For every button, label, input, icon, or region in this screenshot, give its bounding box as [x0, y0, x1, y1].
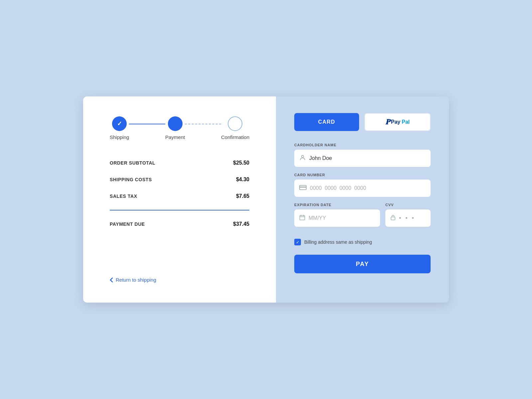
summary-row-shipping: SHIPPING COSTS $4.30 [110, 177, 249, 183]
card-tab[interactable]: CARD [294, 113, 359, 131]
card-number-input[interactable] [310, 185, 426, 191]
svg-point-0 [302, 155, 304, 158]
cardholder-name-label: CARDHOLDER NAME [294, 143, 431, 147]
expiry-input[interactable] [309, 215, 375, 221]
paypal-p-icon: 𝐏 [385, 118, 390, 126]
return-to-shipping-link[interactable]: Return to shipping [110, 277, 249, 283]
shipping-label: SHIPPING COSTS [110, 177, 152, 182]
billing-checkbox-label: Billing address same as shipping [304, 239, 372, 245]
step-payment-circle [168, 116, 183, 131]
step-confirmation-circle [228, 116, 242, 131]
left-panel: ✓ Shipping Payment Confirmation ORDER SU… [83, 96, 276, 303]
person-icon [299, 154, 306, 163]
expiry-cvv-row: EXPIRATION DATE CVV [294, 203, 431, 233]
calendar-icon [299, 214, 305, 222]
connector-1 [129, 124, 165, 124]
summary-row-tax: SALES TAX $7.65 [110, 193, 249, 199]
cvv-dots: • • • [399, 215, 415, 222]
return-link-text: Return to shipping [116, 277, 156, 283]
cardholder-name-input-wrapper [294, 150, 431, 167]
due-value: $37.45 [233, 221, 249, 227]
right-panel: CARD 𝐏 PayPal CARDHOLDER NAME [276, 96, 449, 303]
tax-value: $7.65 [236, 193, 249, 199]
card-number-label: CARD NUMBER [294, 173, 431, 177]
expiry-input-wrapper [294, 209, 380, 227]
svg-rect-3 [300, 215, 305, 220]
paypal-pay-text: Pay [391, 119, 400, 125]
cvv-label: CVV [385, 203, 431, 207]
step-payment-label: Payment [165, 134, 185, 140]
billing-checkbox-row: ✓ Billing address same as shipping [294, 239, 431, 245]
summary-row-subtotal: ORDER SUBTOTAL $25.50 [110, 160, 249, 166]
billing-checkbox[interactable]: ✓ [294, 239, 301, 245]
cvv-group: CVV • • • [385, 203, 431, 227]
order-summary: ORDER SUBTOTAL $25.50 SHIPPING COSTS $4.… [110, 160, 249, 277]
checkout-container: ✓ Shipping Payment Confirmation ORDER SU… [83, 96, 449, 303]
step-confirmation-label: Confirmation [221, 134, 249, 140]
subtotal-value: $25.50 [233, 160, 249, 166]
svg-rect-4 [391, 217, 395, 220]
summary-divider [110, 210, 249, 210]
lock-icon [390, 214, 396, 222]
connector-2 [185, 124, 221, 124]
payment-tabs: CARD 𝐏 PayPal [294, 113, 431, 131]
checkmark-icon: ✓ [296, 240, 300, 244]
tax-label: SALES TAX [110, 194, 137, 199]
card-icon [299, 185, 307, 192]
step-shipping: ✓ Shipping [110, 116, 129, 140]
expiry-label: EXPIRATION DATE [294, 203, 380, 207]
paypal-tab[interactable]: 𝐏 PayPal [364, 113, 431, 131]
card-number-group: CARD NUMBER [294, 173, 431, 197]
paypal-pal-text: Pal [402, 119, 410, 125]
cardholder-name-input[interactable] [309, 155, 426, 161]
stepper: ✓ Shipping Payment Confirmation [110, 116, 249, 140]
shipping-value: $4.30 [236, 177, 249, 183]
summary-row-due: PAYMENT DUE $37.45 [110, 221, 249, 227]
chevron-left-icon [110, 277, 113, 283]
paypal-logo: 𝐏 PayPal [385, 118, 410, 126]
step-payment: Payment [165, 116, 185, 140]
expiry-group: EXPIRATION DATE [294, 203, 380, 227]
cardholder-name-group: CARDHOLDER NAME [294, 143, 431, 167]
due-label: PAYMENT DUE [110, 221, 145, 227]
card-number-input-wrapper [294, 180, 431, 197]
subtotal-label: ORDER SUBTOTAL [110, 160, 155, 166]
pay-button[interactable]: PAY [294, 255, 431, 273]
step-shipping-circle: ✓ [112, 116, 127, 131]
step-confirmation: Confirmation [221, 116, 249, 140]
cvv-input-wrapper: • • • [385, 209, 431, 227]
svg-rect-2 [300, 187, 306, 188]
step-shipping-label: Shipping [110, 134, 129, 140]
